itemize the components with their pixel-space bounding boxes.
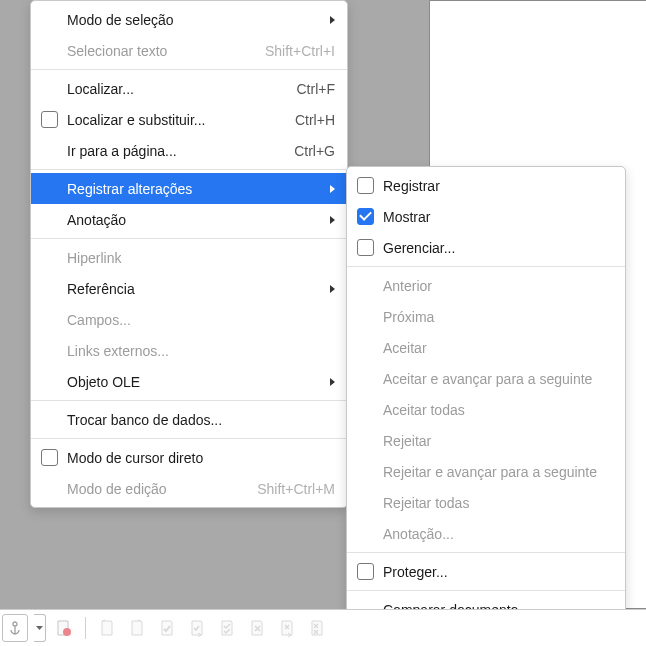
- toolbar-accept-next[interactable]: [185, 616, 209, 640]
- sub-mostrar[interactable]: Mostrar: [347, 201, 625, 232]
- toolbar-record-button[interactable]: [52, 616, 76, 640]
- menu-hiperlink: Hiperlink: [31, 242, 347, 273]
- sub-rejeitar: Rejeitar: [347, 425, 625, 456]
- menu-separator: [31, 238, 347, 239]
- menu-label: Objeto OLE: [67, 374, 140, 390]
- menu-label: Anterior: [383, 278, 432, 294]
- menu-label: Rejeitar: [383, 433, 431, 449]
- menu-label: Registrar: [383, 178, 440, 194]
- menu-separator: [31, 69, 347, 70]
- menu-label: Modo de edição: [67, 481, 167, 497]
- menu-label: Rejeitar todas: [383, 495, 469, 511]
- menu-label: Modo de seleção: [67, 12, 174, 28]
- page-accept-next-icon: [188, 619, 206, 637]
- menu-separator: [347, 266, 625, 267]
- anchor-icon: [7, 620, 23, 636]
- sub-rejeitar-avancar: Rejeitar e avançar para a seguinte: [347, 456, 625, 487]
- menu-trocar-bd[interactable]: Trocar banco de dados...: [31, 404, 347, 435]
- chevron-right-icon: [330, 185, 335, 193]
- menu-label: Anotação: [67, 212, 126, 228]
- menu-objeto-ole[interactable]: Objeto OLE: [31, 366, 347, 397]
- menu-ir-pagina[interactable]: Ir para a página... Ctrl+G: [31, 135, 347, 166]
- checkbox-checked-icon: [357, 208, 374, 225]
- sub-rejeitar-todas: Rejeitar todas: [347, 487, 625, 518]
- menu-label: Aceitar: [383, 340, 427, 356]
- menu-localizar[interactable]: Localizar... Ctrl+F: [31, 73, 347, 104]
- toolbar-prev-change[interactable]: [95, 616, 119, 640]
- menu-label: Proteger...: [383, 564, 448, 580]
- menu-label: Ir para a página...: [67, 143, 177, 159]
- menu-separator: [31, 400, 347, 401]
- checkbox-icon: [357, 239, 374, 256]
- checkbox-icon: [357, 177, 374, 194]
- menu-label: Links externos...: [67, 343, 169, 359]
- menu-label: Rejeitar e avançar para a seguinte: [383, 464, 597, 480]
- menu-separator: [347, 552, 625, 553]
- checkbox-icon: [357, 563, 374, 580]
- menu-label: Modo de cursor direto: [67, 450, 203, 466]
- sub-proxima: Próxima: [347, 301, 625, 332]
- menu-label: Localizar e substituir...: [67, 112, 206, 128]
- page-next-icon: [128, 619, 146, 637]
- menu-separator: [31, 169, 347, 170]
- svg-point-0: [63, 628, 71, 636]
- menu-separator: [31, 438, 347, 439]
- toolbar-next-change[interactable]: [125, 616, 149, 640]
- toolbar-dropdown[interactable]: [34, 614, 46, 642]
- toolbar-accept-all[interactable]: [215, 616, 239, 640]
- menu-shortcut: Shift+Ctrl+M: [237, 481, 335, 497]
- menu-cursor-direto[interactable]: Modo de cursor direto: [31, 442, 347, 473]
- menu-referencia[interactable]: Referência: [31, 273, 347, 304]
- toolbar-reject-next[interactable]: [275, 616, 299, 640]
- toolbar-accept-change[interactable]: [155, 616, 179, 640]
- toolbar-reject-change[interactable]: [245, 616, 269, 640]
- chevron-right-icon: [330, 216, 335, 224]
- bottom-toolbar: [0, 609, 646, 646]
- page-accept-all-icon: [218, 619, 236, 637]
- edit-menu: Modo de seleção Selecionar texto Shift+C…: [30, 0, 348, 508]
- toolbar-reject-all[interactable]: [305, 616, 329, 640]
- menu-label: Referência: [67, 281, 135, 297]
- toolbar-separator: [85, 617, 86, 639]
- menu-modo-edicao: Modo de edição Shift+Ctrl+M: [31, 473, 347, 504]
- sub-registrar[interactable]: Registrar: [347, 170, 625, 201]
- menu-shortcut: Shift+Ctrl+I: [245, 43, 335, 59]
- page-reject-icon: [248, 619, 266, 637]
- menu-campos: Campos...: [31, 304, 347, 335]
- sub-aceitar: Aceitar: [347, 332, 625, 363]
- chevron-down-icon: [36, 626, 43, 630]
- menu-modo-selecao[interactable]: Modo de seleção: [31, 4, 347, 35]
- menu-localizar-substituir[interactable]: Localizar e substituir... Ctrl+H: [31, 104, 347, 135]
- menu-label: Campos...: [67, 312, 131, 328]
- chevron-right-icon: [330, 16, 335, 24]
- menu-label: Trocar banco de dados...: [67, 412, 222, 428]
- menu-registrar-alteracoes[interactable]: Registrar alterações: [31, 173, 347, 204]
- checkbox-icon: [41, 111, 58, 128]
- menu-selecionar-texto: Selecionar texto Shift+Ctrl+I: [31, 35, 347, 66]
- sub-aceitar-avancar: Aceitar e avançar para a seguinte: [347, 363, 625, 394]
- page-reject-next-icon: [278, 619, 296, 637]
- menu-shortcut: Ctrl+F: [277, 81, 336, 97]
- menu-anotacao[interactable]: Anotação: [31, 204, 347, 235]
- page-reject-all-icon: [308, 619, 326, 637]
- menu-links-externos: Links externos...: [31, 335, 347, 366]
- toolbar-anchor-button[interactable]: [2, 614, 28, 642]
- record-changes-icon: [55, 619, 73, 637]
- checkbox-icon: [41, 449, 58, 466]
- sub-gerenciar[interactable]: Gerenciar...: [347, 232, 625, 263]
- sub-anterior: Anterior: [347, 270, 625, 301]
- chevron-right-icon: [330, 378, 335, 386]
- menu-label: Gerenciar...: [383, 240, 455, 256]
- chevron-right-icon: [330, 285, 335, 293]
- menu-shortcut: Ctrl+H: [275, 112, 335, 128]
- menu-label: Mostrar: [383, 209, 430, 225]
- track-changes-submenu: Registrar Mostrar Gerenciar... Anterior …: [346, 166, 626, 646]
- sub-proteger[interactable]: Proteger...: [347, 556, 625, 587]
- menu-label: Selecionar texto: [67, 43, 167, 59]
- menu-separator: [347, 590, 625, 591]
- menu-label: Anotação...: [383, 526, 454, 542]
- menu-label: Localizar...: [67, 81, 134, 97]
- page-prev-icon: [98, 619, 116, 637]
- page-accept-icon: [158, 619, 176, 637]
- menu-label: Próxima: [383, 309, 434, 325]
